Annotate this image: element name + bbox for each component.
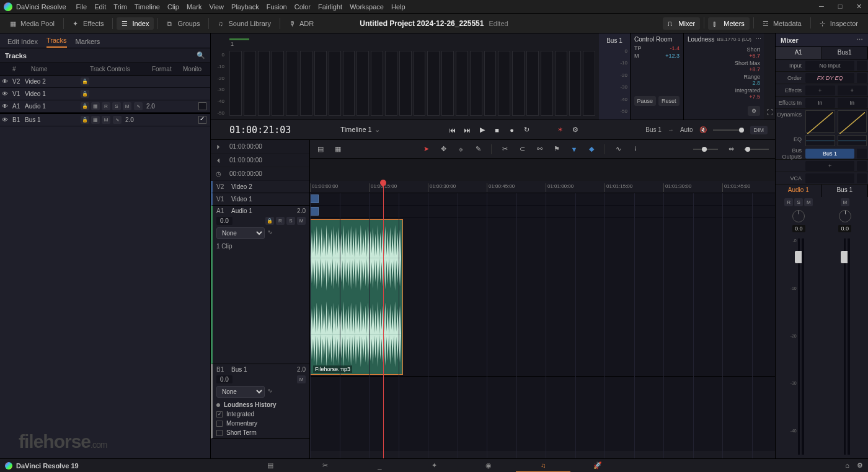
stop-button[interactable]: ■ [493, 126, 502, 134]
fader[interactable]: -0-10-20-30-40 [798, 238, 800, 455]
maximize-button[interactable]: □ [835, 2, 846, 11]
razor-tool-icon[interactable]: ✂ [500, 145, 509, 154]
add-effect-button[interactable]: + [805, 85, 835, 95]
prev-clip-button[interactable]: ⏮ [448, 126, 457, 134]
lock-icon[interactable]: 🔒 [265, 217, 274, 225]
mixer-tab-a1[interactable]: A1 [776, 47, 822, 59]
video-clip[interactable] [310, 207, 319, 216]
lock-icon[interactable]: 🔒 [81, 116, 89, 124]
tc-entry[interactable]: ◷00:00:00:00 [211, 167, 309, 181]
video-clip[interactable] [310, 194, 319, 203]
visibility-icon[interactable]: 👁 [2, 103, 11, 110]
monitor-checkbox[interactable] [198, 102, 206, 110]
record-button[interactable]: ● [508, 126, 516, 134]
lock-icon[interactable]: 🔒 [81, 102, 89, 110]
meters-button[interactable]: ⫿Meters [708, 17, 750, 30]
menu-fusion[interactable]: Fusion [263, 3, 291, 11]
page-fairlight-icon[interactable]: ♫ [516, 459, 570, 473]
home-icon[interactable]: ⌂ [845, 461, 849, 470]
menu-timeline[interactable]: Timeline [131, 3, 164, 11]
track-header-v2[interactable]: V2Video 2 [211, 181, 309, 193]
solo-button[interactable]: S [286, 217, 295, 225]
zoom-height-slider[interactable] [693, 149, 718, 150]
mute-button[interactable]: M [841, 198, 849, 206]
page-color-icon[interactable]: ◉ [461, 459, 516, 473]
play-button[interactable]: ▶ [478, 126, 487, 134]
effects-in-button[interactable]: In [838, 98, 867, 108]
minimize-button[interactable]: ─ [816, 2, 827, 11]
format-icon[interactable]: ▦ [91, 102, 100, 110]
track-row[interactable]: 👁V1Video 1🔒 [0, 88, 210, 100]
arm-button[interactable]: R [784, 198, 793, 206]
menu-playback[interactable]: Playback [228, 3, 263, 11]
page-edit-icon[interactable]: ⎯ [352, 459, 407, 473]
settings-icon[interactable]: ⚙ [857, 461, 863, 470]
mixer-tab-bus1[interactable]: Bus1 [822, 47, 869, 59]
marker2-icon[interactable]: ◆ [587, 145, 596, 154]
track-header-b1[interactable]: B1Bus 12.0 0.0 M None ∿ Loudness History [211, 364, 309, 439]
selection-tool-icon[interactable]: ➤ [422, 145, 430, 154]
index-button[interactable]: ☰Index [117, 17, 154, 30]
menu-edit[interactable]: Edit [91, 3, 110, 11]
search-icon[interactable]: 🔍 [197, 51, 205, 60]
effects-button[interactable]: ✦Effects [68, 17, 108, 30]
automation-select[interactable]: None [216, 386, 265, 398]
menu-trim[interactable]: Trim [110, 3, 131, 11]
zoom-width-slider[interactable] [744, 149, 769, 150]
menu-workspace[interactable]: Workspace [346, 3, 388, 11]
flag-icon[interactable]: ⚑ [552, 145, 561, 154]
groups-button[interactable]: ⧉Groups [162, 17, 205, 30]
arm-button[interactable]: R [276, 217, 285, 225]
close-button[interactable]: ✕ [853, 2, 864, 11]
loudness-option[interactable]: ✓Integrated [216, 411, 306, 417]
range-tool-icon[interactable]: ✥ [439, 145, 448, 154]
dynamics-graph[interactable] [838, 110, 867, 133]
timeline-canvas[interactable]: Filehorse.mp3 [310, 193, 775, 458]
add-bus-button[interactable]: + [805, 161, 854, 171]
inspector-button[interactable]: ⊹Inspector [815, 17, 863, 30]
waveform-icon[interactable]: ∿ [614, 145, 622, 154]
curve-icon[interactable]: ∿ [267, 387, 272, 394]
mixer-menu-icon[interactable]: ⋯ [856, 36, 863, 44]
pause-button[interactable]: Pause [634, 96, 656, 106]
tc-entry[interactable]: ⏴01:00:00:00 [211, 154, 309, 167]
page-cut-icon[interactable]: ✂ [298, 459, 352, 473]
visibility-icon[interactable]: 👁 [2, 78, 11, 85]
format-icon[interactable]: ▦ [91, 116, 100, 124]
tc-entry[interactable]: ⏵01:00:00:00 [211, 140, 309, 154]
menu-file[interactable]: File [73, 3, 91, 11]
snap-icon[interactable]: ⊂ [518, 145, 526, 154]
loudness-menu-icon[interactable]: ⋯ [756, 36, 761, 42]
automation-write-button[interactable]: ✶ [556, 126, 565, 134]
mixer-button[interactable]: ⎍Mixer [663, 17, 700, 30]
fader[interactable] [844, 238, 846, 455]
next-clip-button[interactable]: ⏭ [463, 126, 472, 134]
mute-button[interactable]: M [804, 198, 813, 206]
r-button[interactable]: R [102, 102, 110, 110]
track-row[interactable]: 👁A1Audio 1🔒▦RSM∿2.0 [0, 100, 210, 113]
dynamics-graph[interactable] [805, 110, 835, 133]
timecode[interactable]: 01:00:21:03 [229, 125, 291, 136]
add-effect-button[interactable]: + [838, 85, 867, 95]
order-cell[interactable]: FX DY EQ [805, 73, 854, 83]
curve-icon[interactable]: ∿ [113, 116, 122, 124]
tab-edit-index[interactable]: Edit Index [7, 38, 38, 48]
track-header-a1[interactable]: A1Audio 12.0 0.0 🔒 R S M None [211, 206, 309, 364]
s-button[interactable]: S [112, 102, 121, 110]
metadata-button[interactable]: ☲Metadata [758, 17, 807, 30]
loudness-settings-icon[interactable]: ⚙ [748, 106, 760, 116]
curve-icon[interactable]: ∿ [267, 229, 272, 235]
lock-icon[interactable]: 🔒 [81, 90, 89, 98]
visibility-icon[interactable]: 👁 [2, 116, 11, 123]
track-row[interactable]: 👁B1Bus 1🔒▦M∿2.0 [0, 114, 210, 126]
loudness-option[interactable]: Momentary [216, 420, 306, 427]
sound-library-button[interactable]: ♫Sound Library [213, 17, 276, 30]
monitor-checkbox[interactable] [198, 116, 206, 124]
grid-icon[interactable]: ▦ [334, 145, 342, 154]
page-fusion-icon[interactable]: ✦ [407, 459, 461, 473]
pan-knob[interactable] [792, 210, 805, 222]
visibility-icon[interactable]: 👁 [2, 90, 11, 97]
adr-button[interactable]: 🎙ADR [284, 17, 319, 30]
menu-help[interactable]: Help [388, 3, 409, 11]
mute-icon[interactable]: 🔇 [699, 126, 707, 133]
